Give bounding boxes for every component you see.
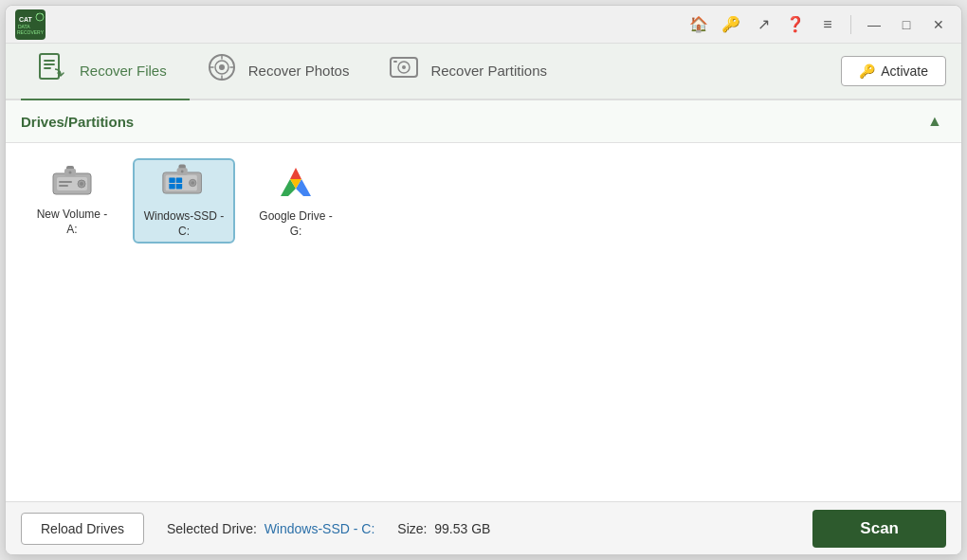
drive-windows-ssd-label: Windows-SSD -C: (144, 209, 225, 239)
svg-rect-27 (176, 184, 182, 190)
svg-point-11 (402, 65, 406, 69)
key-icon[interactable]: 🔑 (718, 11, 744, 38)
drives-area: New Volume -A: (6, 143, 961, 501)
footer-info: Selected Drive: Windows-SSD - C: Size: 9… (167, 521, 790, 536)
svg-rect-18 (59, 185, 68, 187)
svg-point-16 (80, 182, 83, 186)
close-button[interactable]: ✕ (925, 11, 952, 38)
section-title: Drives/Partitions (21, 114, 134, 130)
reload-drives-button[interactable]: Reload Drives (21, 513, 144, 545)
footer: Reload Drives Selected Drive: Windows-SS… (6, 501, 961, 554)
tab-recover-files[interactable]: Recover Files (21, 43, 190, 101)
help-icon[interactable]: ❓ (782, 11, 809, 38)
svg-point-29 (191, 182, 194, 186)
tab-recover-photos[interactable]: Recover Photos (190, 43, 373, 101)
svg-rect-17 (59, 181, 72, 183)
menu-icon[interactable]: ≡ (814, 11, 841, 38)
titlebar-right: 🏠 🔑 ↗ ❓ ≡ — □ ✕ (685, 11, 952, 38)
section-header: Drives/Partitions ▲ (6, 100, 961, 143)
svg-rect-25 (176, 178, 182, 184)
scan-button[interactable]: Scan (812, 510, 946, 548)
arrow-icon[interactable]: ↗ (750, 11, 776, 38)
tab-recover-files-label: Recover Files (80, 63, 167, 79)
tab-recover-photos-label: Recover Photos (248, 63, 350, 79)
home-icon[interactable]: 🏠 (685, 11, 712, 38)
svg-rect-24 (169, 178, 174, 184)
recover-photos-icon (205, 50, 239, 91)
recover-files-icon (36, 50, 70, 91)
selected-drive-info: Selected Drive: Windows-SSD - C: (167, 521, 374, 536)
recover-partitions-icon (387, 50, 421, 91)
svg-text:RECOVERY: RECOVERY (17, 29, 45, 35)
activate-button[interactable]: 🔑 Activate (841, 56, 946, 86)
titlebar: CAT DATA RECOVERY 🏠 🔑 ↗ ❓ ≡ — □ ✕ (6, 6, 961, 44)
app-window: CAT DATA RECOVERY 🏠 🔑 ↗ ❓ ≡ — □ ✕ (5, 5, 962, 555)
collapse-button[interactable]: ▲ (923, 110, 946, 133)
tab-recover-partitions[interactable]: Recover Partitions (372, 43, 570, 101)
drive-google-drive[interactable]: Google Drive -G: (245, 158, 347, 244)
drive-size-info: Size: 99.53 GB (397, 521, 490, 536)
drive-new-volume-icon (49, 164, 95, 202)
drive-windows-ssd-icon (161, 162, 207, 204)
drive-google-drive-label: Google Drive -G: (259, 209, 332, 239)
svg-text:CAT: CAT (19, 16, 33, 23)
svg-rect-12 (393, 61, 397, 63)
main-content: Drives/Partitions ▲ (6, 100, 961, 501)
svg-point-32 (181, 171, 184, 173)
tab-recover-partitions-label: Recover Partitions (430, 63, 547, 79)
key-icon-activate: 🔑 (859, 63, 875, 79)
titlebar-left: CAT DATA RECOVERY (15, 9, 46, 40)
drive-google-drive-icon (273, 162, 319, 204)
maximize-button[interactable]: □ (893, 11, 920, 38)
app-logo: CAT DATA RECOVERY (15, 9, 46, 40)
drive-new-volume[interactable]: New Volume -A: (21, 158, 123, 244)
svg-point-8 (219, 64, 225, 70)
minimize-button[interactable]: — (861, 11, 887, 38)
svg-rect-5 (40, 54, 59, 79)
toolbar: Recover Files Recover Photos (6, 44, 961, 100)
svg-rect-26 (169, 184, 174, 190)
drive-windows-ssd[interactable]: Windows-SSD -C: (133, 158, 235, 244)
svg-point-21 (69, 172, 72, 174)
drive-new-volume-label: New Volume -A: (37, 208, 108, 237)
